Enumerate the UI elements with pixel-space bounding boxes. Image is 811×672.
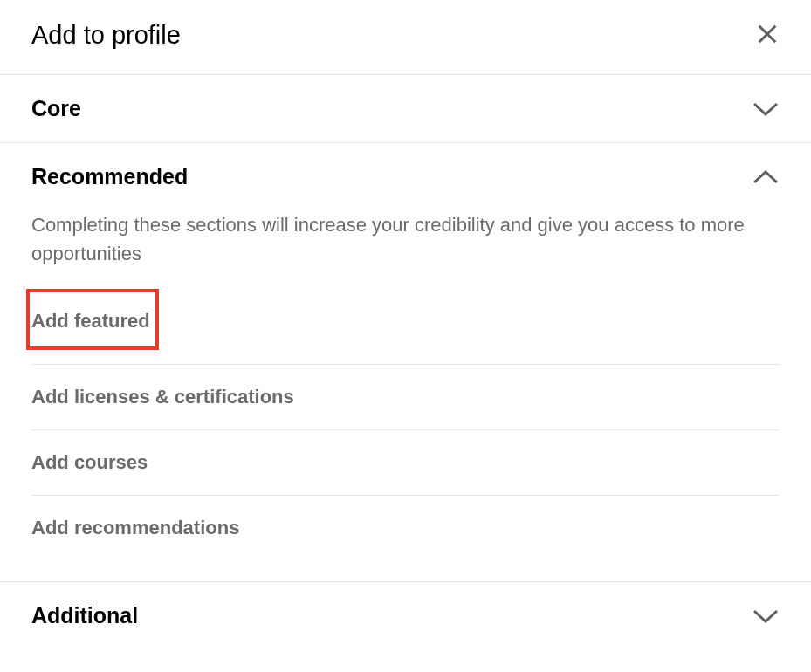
- section-title-core: Core: [31, 96, 81, 121]
- chevron-down-icon: [752, 100, 780, 118]
- option-label: Add recommendations: [31, 517, 239, 538]
- section-header-additional[interactable]: Additional: [0, 582, 811, 649]
- option-add-recommendations[interactable]: Add recommendations: [31, 496, 780, 560]
- close-button[interactable]: [755, 22, 780, 50]
- section-body-recommended: Completing these sections will increase …: [0, 210, 811, 581]
- section-title-recommended: Recommended: [31, 164, 188, 189]
- modal-header: Add to profile: [0, 0, 811, 74]
- close-icon: [755, 22, 780, 50]
- modal-title: Add to profile: [31, 21, 181, 50]
- option-list: Add featured Add licenses & certificatio…: [31, 289, 780, 560]
- option-label: Add licenses & certifications: [31, 386, 294, 408]
- section-description: Completing these sections will increase …: [31, 210, 780, 268]
- chevron-down-icon: [752, 607, 780, 625]
- option-add-featured[interactable]: Add featured: [31, 289, 780, 365]
- section-header-recommended[interactable]: Recommended: [0, 143, 811, 210]
- highlight-box: Add featured: [26, 289, 159, 350]
- option-label: Add featured: [31, 310, 150, 332]
- section-header-core[interactable]: Core: [0, 75, 811, 142]
- option-add-licenses[interactable]: Add licenses & certifications: [31, 365, 780, 430]
- option-label: Add courses: [31, 451, 148, 473]
- chevron-up-icon: [752, 168, 780, 186]
- section-title-additional: Additional: [31, 603, 138, 628]
- option-add-courses[interactable]: Add courses: [31, 430, 780, 496]
